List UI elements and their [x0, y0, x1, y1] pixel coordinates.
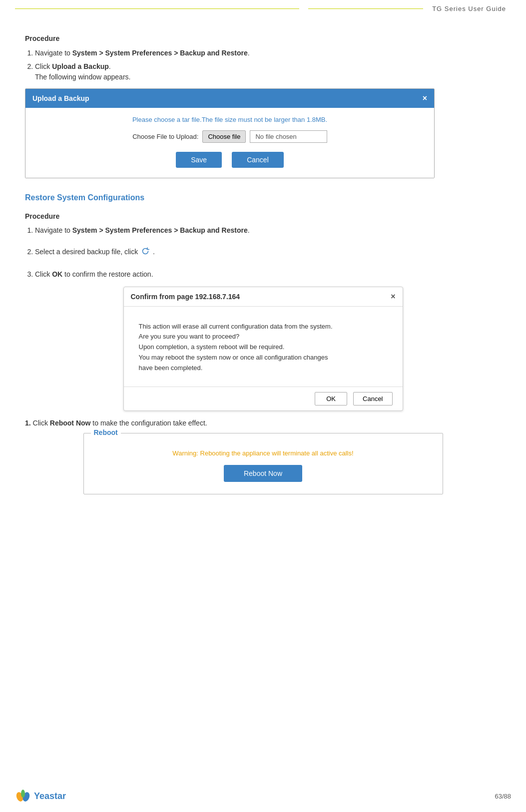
yeastar-brand-name: Yeastar	[34, 791, 66, 802]
step-2-2: Select a desired backup file, click .	[35, 247, 501, 258]
confirm-line2: Are you sure you want to proceed?	[139, 333, 240, 340]
step-2-1-text: Navigate to	[35, 226, 72, 234]
file-upload-label: Choose File to Upload:	[132, 133, 198, 140]
step-1-1-text: Navigate to	[35, 49, 72, 57]
confirm-dialog-footer: OK Cancel	[124, 387, 403, 410]
step-2-2-end: .	[153, 248, 155, 256]
upload-dialog-buttons: Save Cancel	[35, 152, 424, 168]
header-line-2	[308, 8, 423, 9]
file-upload-row: Choose File to Upload: Choose file No fi…	[35, 130, 424, 143]
confirm-line5: have been completed.	[139, 364, 203, 372]
confirm-cancel-button[interactable]: Cancel	[353, 392, 392, 406]
reboot-box-title: Reboot	[91, 428, 121, 436]
yeastar-logo: Yeastar	[15, 788, 66, 804]
upload-dialog-close[interactable]: ×	[423, 94, 427, 103]
confirm-line3: Upon completion, a system reboot will be…	[139, 343, 285, 351]
refresh-icon	[141, 247, 149, 258]
step-1-1-end: .	[248, 49, 250, 57]
step-2-3-text: Click	[35, 270, 52, 278]
confirm-dialog-wrapper: Confirm from page 192.168.7.164 × This a…	[25, 287, 501, 411]
reboot-warning-text: Warning: Rebooting the appliance will te…	[94, 449, 433, 457]
upload-dialog-body: Please choose a tar file.The file size m…	[25, 108, 434, 178]
header-title: TG Series User Guide	[432, 5, 511, 12]
no-file-text: No file chosen	[250, 130, 327, 143]
page-header: TG Series User Guide	[0, 0, 526, 14]
step-1-2: Click Upload a Backup. The following win…	[35, 61, 501, 82]
upload-dialog: Upload a Backup × Please choose a tar fi…	[25, 88, 435, 178]
procedure-heading-2: Procedure	[25, 212, 501, 220]
step-1-1-bold: System > System Preferences > Backup and…	[72, 49, 248, 57]
confirm-line4: You may reboot the system now or once al…	[139, 354, 328, 361]
confirm-dialog-header: Confirm from page 192.168.7.164 ×	[124, 287, 403, 307]
step-2-3-end: to confirm the restore action.	[62, 270, 153, 278]
step-1-2-bold: Upload a Backup	[52, 62, 109, 70]
upload-cancel-button[interactable]: Cancel	[232, 152, 284, 168]
reboot-step-end: to make the configuration take effect.	[90, 419, 207, 427]
header-line-1	[15, 8, 299, 9]
footer: Yeastar 63/88	[0, 780, 526, 812]
upload-dialog-header: Upload a Backup ×	[25, 89, 434, 108]
procedure-list-1: Navigate to System > System Preferences …	[35, 47, 501, 82]
step-2-2-text: Select a desired backup file, click	[35, 248, 138, 256]
step-2-3: Click OK to confirm the restore action.	[35, 269, 501, 280]
page-number: 63/88	[495, 793, 511, 800]
confirm-ok-button[interactable]: OK	[315, 392, 347, 406]
reboot-step-text: 1. Click Reboot Now to make the configur…	[25, 419, 501, 427]
main-content: Procedure Navigate to System > System Pr…	[0, 14, 526, 549]
confirm-dialog-close[interactable]: ×	[391, 292, 395, 301]
procedure-list-2: Navigate to System > System Preferences …	[35, 225, 501, 279]
confirm-dialog-body: This action will erase all current confi…	[124, 307, 403, 387]
restore-section-title: Restore System Configurations	[25, 193, 501, 202]
step-1-2-end: .	[109, 62, 111, 70]
upload-info-text: Please choose a tar file.The file size m…	[35, 116, 424, 123]
svg-point-2	[21, 790, 25, 798]
yeastar-icon	[15, 788, 31, 804]
reboot-now-button[interactable]: Reboot Now	[224, 465, 302, 482]
confirm-dialog: Confirm from page 192.168.7.164 × This a…	[123, 287, 403, 411]
confirm-body-text: This action will erase all current confi…	[139, 322, 388, 374]
step-2-1-bold: System > System Preferences > Backup and…	[72, 226, 248, 234]
step-2-3-bold: OK	[52, 270, 62, 278]
step-1-1: Navigate to System > System Preferences …	[35, 47, 501, 58]
confirm-line1: This action will erase all current confi…	[139, 323, 333, 330]
procedure-heading-1: Procedure	[25, 34, 501, 42]
reboot-step-bold: Reboot Now	[50, 419, 91, 427]
reboot-box: Reboot Warning: Rebooting the appliance …	[83, 433, 443, 494]
reboot-wrapper: Reboot Warning: Rebooting the appliance …	[25, 433, 501, 494]
choose-file-button[interactable]: Choose file	[202, 130, 246, 143]
step-2-1-end: .	[248, 226, 250, 234]
upload-dialog-title: Upload a Backup	[32, 94, 89, 102]
upload-save-button[interactable]: Save	[176, 152, 222, 168]
confirm-dialog-title: Confirm from page 192.168.7.164	[131, 293, 240, 301]
step-1-2-text: Click	[35, 62, 52, 70]
step-1-2-sub: The following window appears.	[35, 73, 130, 81]
step-2-1: Navigate to System > System Preferences …	[35, 225, 501, 236]
reboot-step-prefix: Click	[33, 419, 50, 427]
